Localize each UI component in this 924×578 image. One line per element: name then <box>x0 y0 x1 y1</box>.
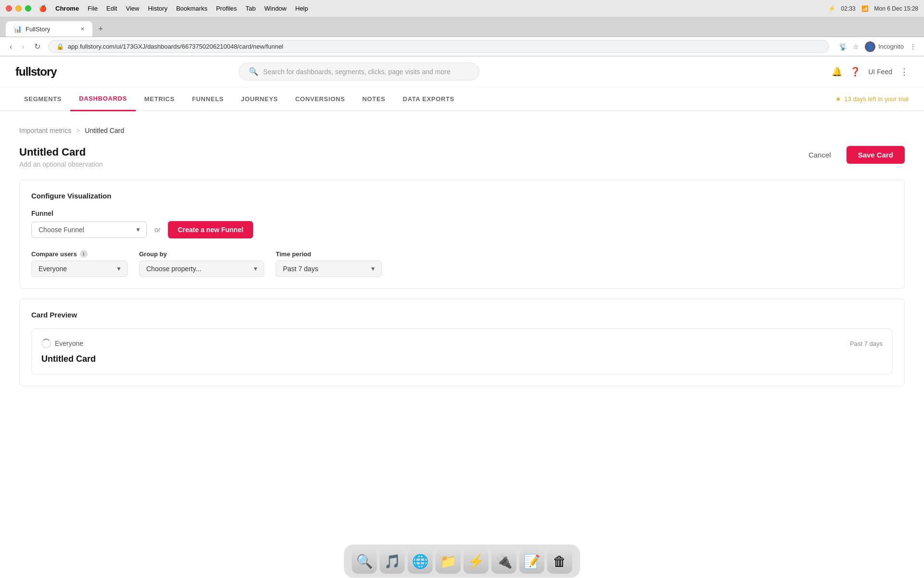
ui-feed-button[interactable]: UI Feed <box>868 68 892 76</box>
address-bar: ‹ › ↻ 🔒 app.fullstory.com/ui/173GXJ/dash… <box>0 37 924 56</box>
lock-icon: 🔒 <box>56 43 64 50</box>
breadcrumb-separator: > <box>76 127 80 134</box>
time-period-group: Time period Past 7 days ▼ <box>276 250 382 277</box>
help-menu[interactable]: Help <box>295 5 308 12</box>
breadcrumb-current: Untitled Card <box>85 127 124 134</box>
close-button[interactable] <box>6 5 12 12</box>
loading-spinner <box>41 339 51 348</box>
card-title[interactable]: Untitled Card <box>19 146 103 158</box>
group-by-select[interactable]: Choose property... <box>139 261 264 277</box>
dock-trash[interactable]: 🗑 <box>547 549 572 574</box>
nav-data-exports[interactable]: DATA EXPORTS <box>394 88 463 110</box>
nav-journeys[interactable]: JOURNEYS <box>232 88 287 110</box>
browser-tab[interactable]: 📊 FullStory ✕ <box>6 21 92 37</box>
more-menu-icon[interactable]: ⋮ <box>900 66 909 77</box>
minimize-button[interactable] <box>15 5 22 12</box>
title-bar: 🍎 Chrome File Edit View History Bookmark… <box>0 0 924 17</box>
dock-notes[interactable]: 📝 <box>519 549 544 574</box>
compare-users-info-icon[interactable]: i <box>80 250 88 258</box>
profile-button[interactable]: 👤 Incognito <box>865 41 904 52</box>
time-period-select[interactable]: Past 7 days <box>276 261 382 277</box>
funnel-select-wrapper: Choose Funnel ▼ <box>31 222 147 238</box>
card-title-row: Untitled Card Add an optional observatio… <box>19 146 905 168</box>
profile-label: Incognito <box>878 43 904 50</box>
nav-conversions[interactable]: CONVERSIONS <box>287 88 354 110</box>
search-placeholder: Search for dashboards, segments, clicks,… <box>263 68 450 76</box>
tab-close-button[interactable]: ✕ <box>80 26 85 32</box>
bookmarks-menu[interactable]: Bookmarks <box>176 5 207 12</box>
dock-power[interactable]: 🔌 <box>491 549 516 574</box>
profiles-menu[interactable]: Profiles <box>216 5 237 12</box>
compare-users-group: Compare users i Everyone ▼ <box>31 250 128 277</box>
group-by-label: Group by <box>139 250 264 258</box>
help-icon[interactable]: ❓ <box>850 66 860 77</box>
notification-icon[interactable]: 🔔 <box>832 66 842 77</box>
card-actions: Cancel Save Card <box>801 146 905 164</box>
main-nav: SEGMENTS DASHBOARDS METRICS FUNNELS JOUR… <box>0 87 924 111</box>
group-by-group: Group by Choose property... ▼ <box>139 250 264 277</box>
cast-icon[interactable]: 📡 <box>839 43 847 51</box>
nav-notes[interactable]: NOTES <box>354 88 394 110</box>
breadcrumb-parent[interactable]: Important metrics <box>19 127 71 134</box>
time-period-label: Time period <box>276 250 382 258</box>
nav-segments[interactable]: SEGMENTS <box>15 88 70 110</box>
apple-menu-icon[interactable]: 🍎 <box>39 5 47 12</box>
battery-time: 02:33 <box>841 5 856 12</box>
reload-button[interactable]: ↻ <box>32 40 42 53</box>
chrome-menu[interactable]: Chrome <box>55 5 79 12</box>
url-bar[interactable]: 🔒 app.fullstory.com/ui/173GXJ/dashboards… <box>48 40 830 53</box>
dock-music[interactable]: 🎵 <box>380 549 405 574</box>
browser-chrome: 📊 FullStory ✕ + ‹ › ↻ 🔒 app.fullstory.co… <box>0 17 924 56</box>
compare-users-label: Compare users i <box>31 250 128 258</box>
dock: 🔍 🎵 🌐 📁 ⚡ 🔌 📝 🗑 <box>344 544 580 578</box>
funnel-select[interactable]: Choose Funnel <box>31 222 147 238</box>
tab-title: FullStory <box>26 26 50 33</box>
trial-notice: ★ 13 days left in your trial <box>835 95 909 103</box>
search-bar[interactable]: 🔍 Search for dashboards, segments, click… <box>239 63 479 80</box>
save-card-button[interactable]: Save Card <box>847 146 905 164</box>
url-text: app.fullstory.com/ui/173GXJ/dashboards/6… <box>68 43 283 50</box>
card-title-group: Untitled Card Add an optional observatio… <box>19 146 103 168</box>
nav-dashboards[interactable]: DASHBOARDS <box>70 87 136 111</box>
compare-users-select[interactable]: Everyone <box>31 261 128 277</box>
time-period-select-wrapper: Past 7 days ▼ <box>276 261 382 277</box>
preview-card-header: Everyone Past 7 days <box>41 339 883 348</box>
nav-funnels[interactable]: FUNNELS <box>183 88 232 110</box>
maximize-button[interactable] <box>25 5 31 12</box>
funnel-label: Funnel <box>31 210 893 217</box>
menu-bar: 🍎 Chrome File Edit View History Bookmark… <box>39 5 308 12</box>
history-menu[interactable]: History <box>148 5 167 12</box>
back-button[interactable]: ‹ <box>8 40 14 53</box>
title-bar-right: ⚡ 02:33 📶 Mon 6 Dec 15:28 <box>828 5 918 12</box>
cancel-button[interactable]: Cancel <box>801 147 839 163</box>
bookmark-icon[interactable]: ☆ <box>853 43 859 51</box>
nav-metrics[interactable]: METRICS <box>136 88 183 110</box>
header-right: 🔔 ❓ UI Feed ⋮ <box>832 66 909 77</box>
dock-finder[interactable]: 🔍 <box>352 549 377 574</box>
tab-menu[interactable]: Tab <box>245 5 256 12</box>
app-header: fullstory 🔍 Search for dashboards, segme… <box>0 56 924 87</box>
card-observation[interactable]: Add an optional observation <box>19 160 103 168</box>
file-menu[interactable]: File <box>88 5 98 12</box>
trial-star-icon: ★ <box>835 95 841 103</box>
forward-button[interactable]: › <box>20 40 26 53</box>
dock-chrome[interactable]: 🌐 <box>408 549 433 574</box>
dock-lightning[interactable]: ⚡ <box>463 549 488 574</box>
window-menu[interactable]: Window <box>264 5 286 12</box>
datetime: Mon 6 Dec 15:28 <box>874 5 918 12</box>
preview-time-label: Past 7 days <box>850 340 883 347</box>
view-menu[interactable]: View <box>126 5 139 12</box>
profile-icon: 👤 <box>865 41 875 52</box>
dock-files[interactable]: 📁 <box>436 549 461 574</box>
more-options-icon[interactable]: ⋮ <box>910 43 916 51</box>
new-tab-button[interactable]: + <box>94 22 107 36</box>
create-funnel-button[interactable]: Create a new Funnel <box>168 221 253 238</box>
tab-favicon: 📊 <box>13 25 22 33</box>
app-logo: fullstory <box>15 65 57 79</box>
edit-menu[interactable]: Edit <box>106 5 117 12</box>
filter-row: Compare users i Everyone ▼ Group by <box>31 250 893 277</box>
trial-text: 13 days left in your trial <box>844 95 909 103</box>
card-preview-title: Card Preview <box>31 311 893 319</box>
battery-icon: ⚡ <box>828 5 835 12</box>
group-by-select-wrapper: Choose property... ▼ <box>139 261 264 277</box>
